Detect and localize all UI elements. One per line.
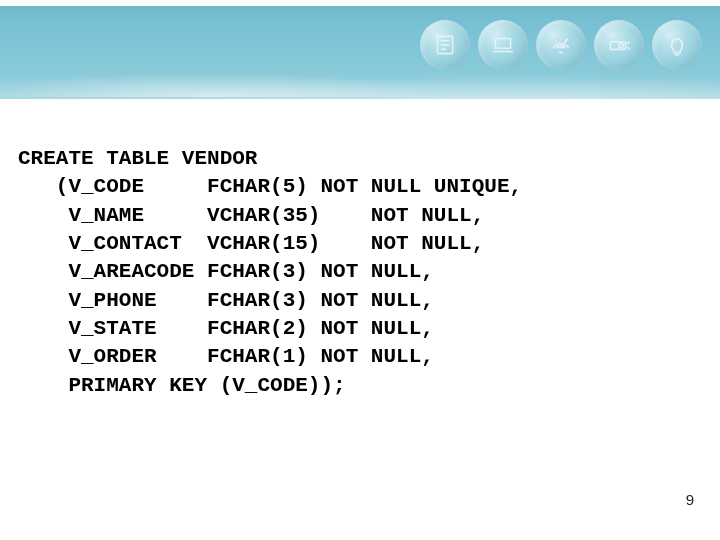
notebook-icon [420,20,470,70]
laptop-icon [478,20,528,70]
slide-content: CREATE TABLE VENDOR (V_CODE FCHAR(5) NOT… [0,105,720,400]
code-line: V_PHONE FCHAR(3) NOT NULL, [18,289,434,312]
projector-icon [594,20,644,70]
code-line: V_AREACODE FCHAR(3) NOT NULL, [18,260,434,283]
code-line: CREATE TABLE VENDOR [18,147,257,170]
svg-line-11 [627,47,630,49]
svg-point-9 [619,43,623,47]
lightbulb-icon [652,20,702,70]
satellite-dish-icon [536,20,586,70]
code-line: (V_CODE FCHAR(5) NOT NULL UNIQUE, [18,175,522,198]
code-line: V_NAME VCHAR(35) NOT NULL, [18,204,484,227]
svg-line-10 [627,42,630,44]
code-line: PRIMARY KEY (V_CODE)); [18,374,346,397]
code-line: V_ORDER FCHAR(1) NOT NULL, [18,345,434,368]
svg-rect-4 [495,39,510,49]
sql-code-block: CREATE TABLE VENDOR (V_CODE FCHAR(5) NOT… [18,145,702,400]
header-icons-row [420,20,702,70]
page-number: 9 [686,491,694,508]
code-line: V_CONTACT VCHAR(15) NOT NULL, [18,232,484,255]
code-line: V_STATE FCHAR(2) NOT NULL, [18,317,434,340]
slide-header-banner [0,0,720,105]
